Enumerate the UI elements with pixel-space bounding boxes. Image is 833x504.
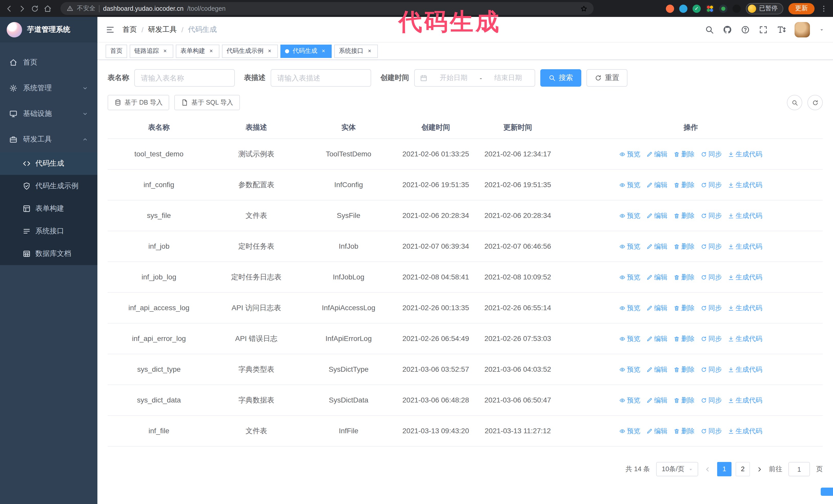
action-sync-link[interactable]: 同步: [701, 303, 722, 312]
tab-close-icon[interactable]: ×: [366, 47, 373, 55]
extension-icon-6[interactable]: [733, 4, 741, 13]
github-icon[interactable]: [723, 25, 732, 34]
prev-page-button[interactable]: [704, 466, 711, 473]
action-sync-link[interactable]: 同步: [701, 242, 722, 251]
action-preview-link[interactable]: 预览: [619, 272, 640, 282]
action-generate-code-link[interactable]: 生成代码: [728, 272, 762, 282]
tab-close-icon[interactable]: ×: [162, 47, 169, 55]
table-desc-input[interactable]: [271, 69, 371, 87]
view-tab[interactable]: 首页: [105, 44, 127, 58]
sidebar-subitem[interactable]: 代码生成: [0, 152, 97, 175]
action-generate-code-link[interactable]: 生成代码: [728, 426, 762, 436]
action-delete-link[interactable]: 删除: [673, 365, 695, 374]
app-logo[interactable]: 芋道管理系统: [0, 17, 97, 43]
table-name-input[interactable]: [134, 69, 235, 87]
user-avatar[interactable]: [794, 22, 810, 37]
paused-badge[interactable]: 已暂停: [746, 3, 783, 14]
extension-icon-3[interactable]: [693, 4, 701, 13]
action-preview-link[interactable]: 预览: [619, 180, 640, 189]
action-preview-link[interactable]: 预览: [619, 365, 640, 374]
action-delete-link[interactable]: 删除: [673, 149, 695, 159]
action-generate-code-link[interactable]: 生成代码: [728, 242, 762, 251]
date-end-placeholder[interactable]: 结束日期: [487, 73, 530, 82]
browser-back-icon[interactable]: [5, 4, 13, 13]
sidebar-item[interactable]: 研发工具: [0, 127, 97, 152]
extension-icon-4[interactable]: [706, 4, 714, 13]
action-sync-link[interactable]: 同步: [701, 426, 722, 436]
view-tab[interactable]: 代码生成 ×: [280, 44, 332, 58]
action-generate-code-link[interactable]: 生成代码: [728, 211, 762, 220]
action-sync-link[interactable]: 同步: [701, 365, 722, 374]
fullscreen-icon[interactable]: [759, 25, 768, 34]
action-preview-link[interactable]: 预览: [619, 149, 640, 159]
import-sql-button[interactable]: 基于 SQL 导入: [174, 95, 240, 110]
date-range-picker[interactable]: 开始日期 - 结束日期: [414, 69, 535, 87]
action-generate-code-link[interactable]: 生成代码: [728, 180, 762, 189]
action-edit-link[interactable]: 编辑: [646, 272, 667, 282]
security-warning-icon[interactable]: [67, 5, 73, 12]
breadcrumb-item[interactable]: 首页: [122, 25, 137, 34]
sidebar-subitem[interactable]: 数据库文档: [0, 242, 97, 265]
action-edit-link[interactable]: 编辑: [646, 395, 667, 405]
tab-close-icon[interactable]: ×: [208, 47, 215, 55]
sidebar-item[interactable]: 基础设施: [0, 101, 97, 127]
action-edit-link[interactable]: 编辑: [646, 180, 667, 189]
action-delete-link[interactable]: 删除: [673, 242, 695, 251]
sidebar-item[interactable]: 系统管理: [0, 75, 97, 101]
browser-reload-icon[interactable]: [31, 4, 39, 13]
tab-close-icon[interactable]: ×: [320, 47, 327, 55]
action-generate-code-link[interactable]: 生成代码: [728, 334, 762, 343]
action-preview-link[interactable]: 预览: [619, 303, 640, 312]
action-edit-link[interactable]: 编辑: [646, 303, 667, 312]
sidebar-subitem[interactable]: 代码生成示例: [0, 175, 97, 197]
view-tab[interactable]: 系统接口 ×: [334, 44, 378, 58]
action-delete-link[interactable]: 删除: [673, 180, 695, 189]
action-edit-link[interactable]: 编辑: [646, 365, 667, 374]
action-preview-link[interactable]: 预览: [619, 211, 640, 220]
action-preview-link[interactable]: 预览: [619, 395, 640, 405]
help-icon[interactable]: [741, 25, 750, 34]
extension-icon-5[interactable]: [719, 4, 728, 13]
action-preview-link[interactable]: 预览: [619, 334, 640, 343]
view-tab[interactable]: 表单构建 ×: [176, 44, 219, 58]
sidebar-subitem[interactable]: 表单构建: [0, 197, 97, 220]
sidebar-item[interactable]: 首页: [0, 50, 97, 75]
action-edit-link[interactable]: 编辑: [646, 426, 667, 436]
browser-update-button[interactable]: 更新: [788, 3, 814, 14]
action-delete-link[interactable]: 删除: [673, 426, 695, 436]
action-sync-link[interactable]: 同步: [701, 334, 722, 343]
action-generate-code-link[interactable]: 生成代码: [728, 303, 762, 312]
action-preview-link[interactable]: 预览: [619, 426, 640, 436]
sidebar-toggle-icon[interactable]: [105, 25, 115, 34]
view-tab[interactable]: 链路追踪 ×: [130, 44, 173, 58]
next-page-button[interactable]: [756, 466, 763, 473]
action-edit-link[interactable]: 编辑: [646, 149, 667, 159]
action-sync-link[interactable]: 同步: [701, 211, 722, 220]
page-number-button[interactable]: 1: [717, 462, 732, 476]
toggle-search-button[interactable]: [787, 95, 802, 110]
import-db-button[interactable]: 基于 DB 导入: [108, 95, 169, 110]
sidebar-subitem[interactable]: 系统接口: [0, 220, 97, 242]
address-bar[interactable]: 不安全 dashboard.yudao.iocoder.cn/tool/code…: [61, 2, 594, 15]
action-delete-link[interactable]: 删除: [673, 334, 695, 343]
user-menu-caret-icon[interactable]: [819, 26, 825, 32]
extension-icon-2[interactable]: [679, 4, 687, 13]
font-size-icon[interactable]: [777, 25, 786, 34]
date-start-placeholder[interactable]: 开始日期: [432, 73, 475, 82]
action-delete-link[interactable]: 删除: [673, 395, 695, 405]
action-sync-link[interactable]: 同步: [701, 272, 722, 282]
goto-page-input[interactable]: [788, 462, 810, 476]
browser-menu-icon[interactable]: [820, 4, 828, 13]
action-preview-link[interactable]: 预览: [619, 242, 640, 251]
action-generate-code-link[interactable]: 生成代码: [728, 149, 762, 159]
action-edit-link[interactable]: 编辑: [646, 334, 667, 343]
refresh-table-button[interactable]: [807, 95, 823, 110]
breadcrumb-item[interactable]: 研发工具: [148, 25, 177, 34]
view-tab[interactable]: 代码生成示例 ×: [222, 44, 278, 58]
action-edit-link[interactable]: 编辑: [646, 242, 667, 251]
search-button[interactable]: 搜索: [540, 69, 581, 87]
tab-close-icon[interactable]: ×: [266, 47, 273, 55]
page-number-button[interactable]: 2: [736, 462, 750, 476]
action-edit-link[interactable]: 编辑: [646, 211, 667, 220]
action-delete-link[interactable]: 删除: [673, 303, 695, 312]
